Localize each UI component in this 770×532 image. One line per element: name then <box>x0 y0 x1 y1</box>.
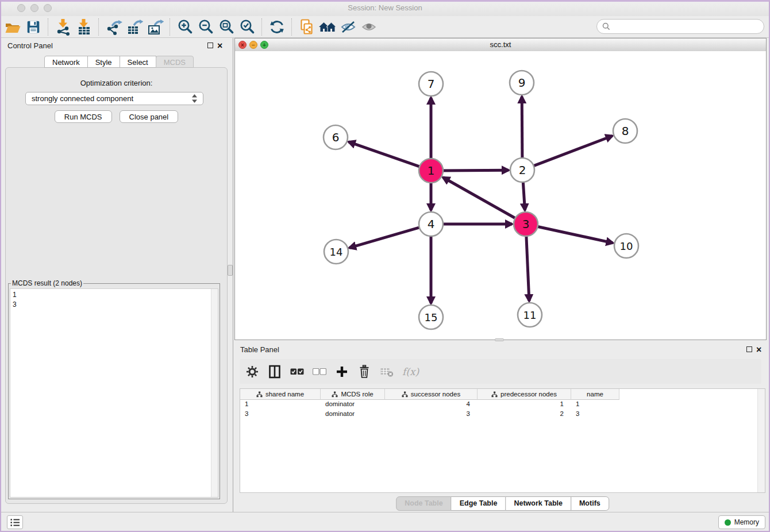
table-panel: Table Panel × <box>234 342 770 512</box>
column-label: shared name <box>265 391 304 398</box>
export-image-icon[interactable] <box>145 17 165 37</box>
search-input[interactable] <box>614 22 759 32</box>
result-line: 1 <box>13 290 215 300</box>
graph-edge-2-9[interactable] <box>522 97 522 159</box>
graph-edge-1-6[interactable] <box>349 142 421 167</box>
graph-edge-3-11[interactable] <box>526 235 529 301</box>
show-all-icon[interactable] <box>359 17 379 37</box>
tab-style[interactable]: Style <box>87 56 120 68</box>
clone-network-icon[interactable] <box>297 17 317 37</box>
hide-selected-icon[interactable] <box>338 17 359 37</box>
select-all-checkboxes-icon[interactable] <box>290 365 304 379</box>
toggle-columns-icon[interactable] <box>268 365 282 379</box>
graph-node-label-14: 14 <box>330 246 343 258</box>
delete-column-icon[interactable] <box>357 365 371 379</box>
result-scrollbar[interactable] <box>211 289 218 497</box>
graph-node-label-10: 10 <box>620 240 633 252</box>
zoom-in-icon[interactable] <box>175 17 195 37</box>
column-header-shared-name[interactable]: shared name <box>240 389 321 400</box>
control-panel-title: Control Panel <box>7 41 53 50</box>
column-label: predecessor nodes <box>500 391 557 398</box>
open-session-icon[interactable] <box>2 17 23 37</box>
column-type-icon <box>256 391 263 398</box>
zoom-selected-icon[interactable] <box>237 17 257 37</box>
table-cell[interactable]: 1 <box>240 400 321 410</box>
table-cell[interactable]: 1 <box>478 400 571 410</box>
tab-network-table[interactable]: Network Table <box>505 496 571 511</box>
column-header-MCDS-role[interactable]: MCDS role <box>321 389 385 400</box>
control-panel-header: Control Panel × <box>0 38 233 53</box>
export-network-icon[interactable] <box>103 17 124 37</box>
search-icon <box>602 22 610 30</box>
network-graph: 7968124314101511 <box>235 51 766 340</box>
memory-button[interactable]: Memory <box>718 515 765 529</box>
refresh-icon[interactable] <box>267 17 287 37</box>
column-header-predecessor-nodes[interactable]: predecessor nodes <box>478 389 571 400</box>
control-panel-tabs: NetworkStyleSelectMCDS <box>44 56 193 68</box>
optimization-criterion-label: Optimization criterion: <box>6 79 227 87</box>
column-label: MCDS role <box>341 391 373 398</box>
import-table-icon[interactable] <box>74 17 94 37</box>
mcds-result-group: MCDS result (2 nodes) 13 <box>8 279 220 499</box>
table-row[interactable]: 3dominator323 <box>240 410 765 419</box>
table-float-icon[interactable] <box>746 346 752 352</box>
graph-edge-2-8[interactable] <box>533 136 613 167</box>
table-cell[interactable]: 4 <box>385 400 478 410</box>
tab-network[interactable]: Network <box>44 56 88 68</box>
table-row[interactable]: 1dominator411 <box>240 400 765 410</box>
export-table-icon[interactable] <box>124 17 145 37</box>
table-cell[interactable]: 3 <box>571 410 619 419</box>
vertical-splitter-handle[interactable] <box>228 265 233 276</box>
float-panel-icon[interactable] <box>207 43 213 48</box>
graph-edge-3-10[interactable] <box>537 226 613 243</box>
table-scrollbar[interactable] <box>757 389 765 492</box>
home-layout-icon[interactable] <box>317 17 338 37</box>
table-cell[interactable]: dominator <box>321 410 385 419</box>
column-label: successor nodes <box>411 391 460 398</box>
task-history-button[interactable] <box>7 515 23 529</box>
horizontal-splitter-handle[interactable] <box>495 338 504 341</box>
mcds-result-box[interactable]: 13 <box>10 288 218 498</box>
close-mcds-panel-button[interactable]: Close panel <box>120 110 179 123</box>
zoom-out-icon[interactable] <box>195 17 216 37</box>
zoom-fit-icon[interactable] <box>216 17 237 37</box>
graph-edge-2-3[interactable] <box>523 181 525 210</box>
table-cell[interactable]: 3 <box>240 410 321 419</box>
graph-node-label-11: 11 <box>523 309 537 321</box>
toolbar-separator <box>98 18 99 36</box>
fx-label: f(x) <box>402 366 419 377</box>
graph-node-label-2: 2 <box>519 163 526 177</box>
tab-mcds[interactable]: MCDS <box>156 56 194 68</box>
run-mcds-button[interactable]: Run MCDS <box>55 110 112 123</box>
graph-node-label-6: 6 <box>332 130 340 144</box>
graph-node-label-4: 4 <box>428 217 435 231</box>
close-panel-icon[interactable]: × <box>217 43 222 49</box>
search-field <box>596 19 764 34</box>
table-cell[interactable]: 1 <box>571 400 619 410</box>
column-header-name[interactable]: name <box>571 389 619 400</box>
table-cell[interactable]: 2 <box>478 410 571 419</box>
tab-node-table[interactable]: Node Table <box>396 496 451 511</box>
table-cell[interactable]: dominator <box>321 400 385 410</box>
status-bar: Memory <box>0 512 770 532</box>
graph-edge-4-14[interactable] <box>349 227 421 248</box>
graph-edge-1-2[interactable] <box>442 170 509 171</box>
node-table: shared nameMCDS rolesuccessor nodesprede… <box>240 388 765 493</box>
save-session-icon[interactable] <box>23 17 44 37</box>
tab-motifs[interactable]: Motifs <box>571 496 609 511</box>
network-window-titlebar[interactable]: × − + scc.txt <box>235 38 766 52</box>
tab-edge-table[interactable]: Edge Table <box>451 496 506 511</box>
deselect-all-checkboxes-icon[interactable] <box>313 365 326 379</box>
table-close-icon[interactable]: × <box>756 346 761 353</box>
graph-edge-3-1[interactable] <box>443 178 517 219</box>
add-column-icon[interactable] <box>335 365 349 379</box>
application-window: Session: New Session <box>0 0 770 532</box>
table-toolbar: f(x) <box>240 359 761 384</box>
settings-gear-icon[interactable] <box>245 365 259 379</box>
optimization-select[interactable]: strongly connected component <box>25 92 203 105</box>
table-cell[interactable]: 3 <box>385 410 478 419</box>
import-network-icon[interactable] <box>53 17 74 37</box>
network-canvas[interactable]: 7968124314101511 <box>235 51 766 340</box>
tab-select[interactable]: Select <box>120 56 156 68</box>
column-header-successor-nodes[interactable]: successor nodes <box>385 389 478 400</box>
